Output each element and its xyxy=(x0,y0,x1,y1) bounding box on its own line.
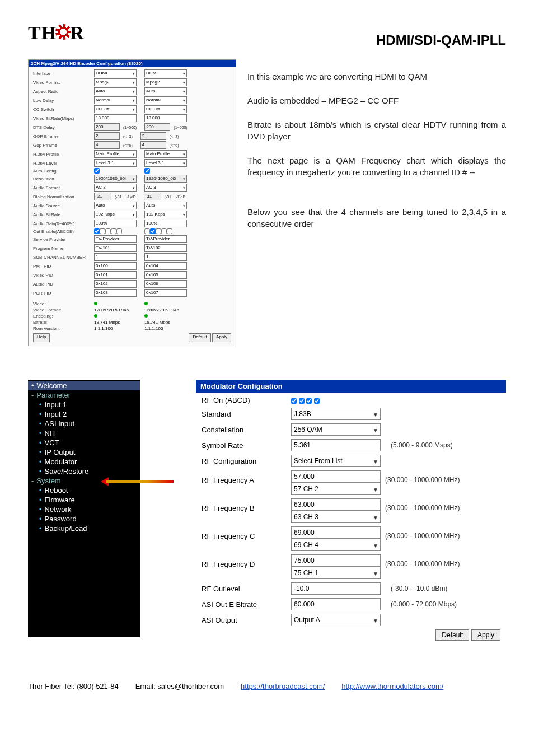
enc-out-a1[interactable] xyxy=(94,228,100,234)
rfb-select[interactable]: 63 CH 3▼ xyxy=(291,511,381,523)
enc-as-b[interactable]: Auto▾ xyxy=(144,202,187,209)
enc-out-a3[interactable] xyxy=(105,228,111,234)
rfd-input[interactable]: 75.000 xyxy=(291,554,381,567)
enc-as-a[interactable]: Auto▾ xyxy=(94,202,137,209)
sidebar-item-asi-input[interactable]: ASI Input xyxy=(28,419,140,428)
sidebar-item-nit[interactable]: NIT xyxy=(28,428,140,438)
asi-output-select[interactable]: Output A▼ xyxy=(291,614,381,626)
rfa-input[interactable]: 57.000 xyxy=(291,470,381,483)
enc-lowdelay-b[interactable]: Normal▾ xyxy=(144,96,187,104)
enc-pn-a[interactable]: TV-101 xyxy=(94,244,137,252)
enc-autoconf-a[interactable] xyxy=(94,168,100,174)
enc-vpid-b[interactable]: 0x105 xyxy=(144,271,187,279)
enc-sp-a[interactable]: TV-Provider xyxy=(94,235,137,243)
enc-ag-b[interactable]: 100% xyxy=(144,220,187,227)
enc-h264p-b[interactable]: Main Profile▾ xyxy=(144,150,187,158)
enc-out-b3[interactable] xyxy=(156,228,161,234)
enc-out-b1[interactable] xyxy=(144,228,150,234)
sidebar-item-backup-load[interactable]: Backup/Load xyxy=(28,524,140,533)
sidebar-section-parameter[interactable]: Parameter xyxy=(28,390,140,400)
enc-h264p-a[interactable]: Main Profile▾ xyxy=(94,150,137,158)
help-button[interactable]: Help xyxy=(33,333,50,342)
enc-out-a2[interactable] xyxy=(100,228,105,234)
enc-aspect-b[interactable]: Auto▾ xyxy=(144,87,187,95)
enc-vbitrate-a[interactable]: 18.000 xyxy=(94,114,137,122)
rfc-select[interactable]: 69 CH 4▼ xyxy=(291,539,381,551)
enc-dts-b[interactable]: 200 xyxy=(144,123,170,131)
enc-out-a5[interactable] xyxy=(116,228,122,234)
standard-select[interactable]: J.83B▼ xyxy=(291,408,381,420)
enc-lowdelay-a[interactable]: Normal▾ xyxy=(94,96,137,104)
enc-vpid-a[interactable]: 0x101 xyxy=(94,271,137,279)
constellation-select[interactable]: 256 QAM▼ xyxy=(291,423,381,436)
enc-out-b5[interactable] xyxy=(167,228,172,234)
rfb-input[interactable]: 63.000 xyxy=(291,498,381,511)
enc-apid-b[interactable]: 0x106 xyxy=(144,280,187,288)
enc-sc-a[interactable]: 1 xyxy=(94,253,137,261)
asi-bitrate-input[interactable]: 60.000 xyxy=(291,598,381,610)
sidebar-item-password[interactable]: Password xyxy=(28,514,140,524)
sidebar-item-modulator[interactable]: Modulator xyxy=(28,457,140,466)
rf-on-d[interactable] xyxy=(314,398,320,404)
footer-link-1[interactable]: https://thorbroadcast.com/ xyxy=(241,682,325,690)
enc-af-a[interactable]: AC 3▾ xyxy=(94,184,137,192)
enc-out-a4[interactable] xyxy=(111,228,116,234)
enc-gopb-a[interactable]: 2 xyxy=(94,132,120,140)
rf-on-a[interactable] xyxy=(291,398,297,404)
sidebar-item-save-restore[interactable]: Save/Restore xyxy=(28,466,140,476)
enc-pn-b[interactable]: TV-102 xyxy=(144,244,187,252)
enc-ab-b[interactable]: 192 Kbps▾ xyxy=(144,211,187,218)
enc-interface-b[interactable]: HDMI▾ xyxy=(144,69,187,77)
enc-h264l-a[interactable]: Level 3.1▾ xyxy=(94,159,137,167)
sidebar-item-ip-output[interactable]: IP Output xyxy=(28,447,140,457)
rf-on-b[interactable] xyxy=(299,398,305,404)
sidebar-item-reboot[interactable]: Reboot xyxy=(28,486,140,495)
enc-apid-a[interactable]: 0x102 xyxy=(94,280,137,288)
enc-pmt-a[interactable]: 0x100 xyxy=(94,262,137,270)
rf-on-c[interactable] xyxy=(306,398,312,404)
sidebar-item-input2[interactable]: Input 2 xyxy=(28,409,140,419)
mod-default-button[interactable]: Default xyxy=(435,629,469,641)
sidebar-item-welcome[interactable]: Welcome xyxy=(28,381,140,390)
enc-sc-b[interactable]: 1 xyxy=(144,253,187,261)
enc-aspect-a[interactable]: Auto▾ xyxy=(94,87,137,95)
enc-dn-b[interactable]: -31 xyxy=(144,193,161,200)
sidebar-item-network[interactable]: Network xyxy=(28,505,140,514)
mod-apply-button[interactable]: Apply xyxy=(471,629,500,641)
enc-ab-a[interactable]: 192 Kbps▾ xyxy=(94,211,137,218)
rfc-input[interactable]: 69.000 xyxy=(291,526,381,539)
sidebar-item-input1[interactable]: Input 1 xyxy=(28,400,140,409)
enc-res-a[interactable]: 1920*1080_60i▾ xyxy=(94,175,137,183)
enc-dn-a[interactable]: -31 xyxy=(94,193,111,200)
enc-cc-a[interactable]: CC Off▾ xyxy=(94,105,137,113)
enc-h264l-b[interactable]: Level 3.1▾ xyxy=(144,159,187,167)
symbol-rate-input[interactable]: 5.361 xyxy=(291,439,381,451)
default-button[interactable]: Default xyxy=(189,333,210,342)
enc-sp-b[interactable]: TV-Provider xyxy=(144,235,187,243)
enc-pcr-b[interactable]: 0x107 xyxy=(144,289,187,297)
rf-config-select[interactable]: Select From List▼ xyxy=(291,455,381,467)
rfa-select[interactable]: 57 CH 2▼ xyxy=(291,483,381,495)
apply-button[interactable]: Apply xyxy=(212,333,231,342)
enc-videoformat-a[interactable]: Mpeg2▾ xyxy=(94,78,137,86)
enc-gopp-a[interactable]: 4 xyxy=(94,141,120,149)
enc-vbitrate-b[interactable]: 18.000 xyxy=(144,114,187,122)
enc-interface-a[interactable]: HDMI▾ xyxy=(94,69,137,77)
enc-gopp-b[interactable]: 4 xyxy=(140,141,166,149)
enc-res-b[interactable]: 1920*1080_60i▾ xyxy=(144,175,187,183)
enc-pcr-a[interactable]: 0x103 xyxy=(94,289,137,297)
enc-out-b2[interactable] xyxy=(150,228,156,234)
enc-pmt-b[interactable]: 0x104 xyxy=(144,262,187,270)
footer-link-2[interactable]: http://www.thormodulators.com/ xyxy=(341,682,443,690)
enc-autoconf-b[interactable] xyxy=(144,168,150,174)
enc-ag-a[interactable]: 100% xyxy=(94,220,137,227)
enc-gopb-b[interactable]: 2 xyxy=(140,132,166,140)
enc-out-b4[interactable] xyxy=(161,228,167,234)
rfd-select[interactable]: 75 CH 1▼ xyxy=(291,567,381,579)
enc-videoformat-b[interactable]: Mpeg2▾ xyxy=(144,78,187,86)
enc-af-b[interactable]: AC 3▾ xyxy=(144,184,187,192)
sidebar-item-firmware[interactable]: Firmware xyxy=(28,495,140,505)
enc-dts-a[interactable]: 200 xyxy=(94,123,120,131)
rf-outlevel-input[interactable]: -10.0 xyxy=(291,582,381,595)
enc-cc-b[interactable]: CC Off▾ xyxy=(144,105,187,113)
